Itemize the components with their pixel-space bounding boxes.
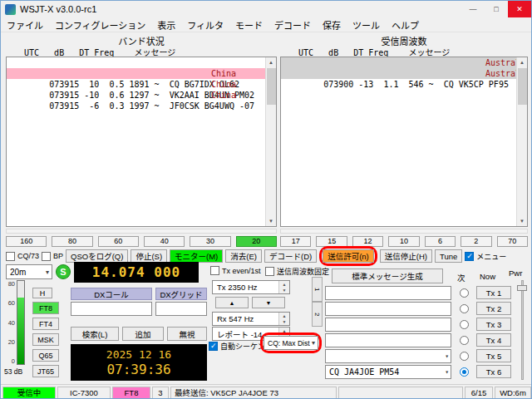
ignore-button[interactable]: 無視: [167, 327, 207, 341]
decode-row[interactable]: ------ 2025-12-16 - 07:39:15 UTC - 20m -…: [7, 57, 265, 68]
rx-frequency-spinner[interactable]: Rx 547 Hz ▲▼: [212, 312, 290, 326]
tx4-now-button[interactable]: Tx 4: [476, 333, 511, 347]
status-count: 3: [152, 387, 169, 399]
mode-buttons: H FT8 FT4 MSK Q65 JT65: [32, 288, 59, 377]
decode-row[interactable]: 073915 -10 0.6 1297 ~ VK2AAI BD4UN PM02 …: [7, 79, 265, 90]
tune-button[interactable]: Tune: [435, 249, 462, 263]
scroll-thumb[interactable]: [267, 68, 276, 105]
pwr-slider[interactable]: [517, 280, 527, 380]
hold-tx-freq-label: 送信周波数固定: [277, 266, 329, 277]
tx1-next-radio[interactable]: [460, 288, 469, 298]
spinner-arrows-icon[interactable]: ▲▼: [278, 281, 289, 293]
vertical-scrollbar[interactable]: ▲ ▼: [265, 57, 276, 226]
generate-std-msgs-button[interactable]: 標準メッセージ生成: [332, 268, 443, 283]
bp-checkbox[interactable]: BP: [42, 252, 63, 261]
spinner-arrows-icon[interactable]: ▲▼: [278, 313, 289, 325]
halt-tx-button[interactable]: 送信停止(H): [380, 249, 432, 263]
band-select-combo[interactable]: 20m ▾: [6, 264, 52, 279]
scroll-track[interactable]: [517, 67, 528, 216]
menu-configurations[interactable]: コンフィグレーション: [49, 17, 151, 33]
tab-messages-1[interactable]: 1: [312, 277, 323, 302]
mode-button-ft4[interactable]: FT4: [32, 318, 59, 330]
decode-row-cq[interactable]: 073915 10 0.5 1891 ~ CQ BG7IDX OL62 Chin…: [7, 68, 265, 79]
menu-view[interactable]: 表示: [151, 17, 181, 33]
tx1-message-field[interactable]: ▾: [325, 286, 451, 300]
menu-help[interactable]: ヘルプ: [386, 17, 425, 33]
horizontal-scrollbar[interactable]: [280, 229, 528, 234]
mode-button-ft8-active[interactable]: FT8: [32, 302, 59, 314]
decode-button[interactable]: デコード(D): [264, 249, 317, 263]
checkbox-box: [209, 342, 218, 351]
menus-checkbox[interactable]: メニュー: [465, 251, 506, 262]
close-button[interactable]: ✕: [508, 1, 531, 17]
stop-button[interactable]: 停止(S): [131, 249, 167, 263]
menu-decode[interactable]: デコード: [268, 17, 317, 33]
tx5-now-button[interactable]: Tx 5: [476, 349, 511, 362]
tx6-message-combo[interactable]: CQ JA4JOE PM54▾: [325, 365, 451, 379]
add-button[interactable]: 追加: [122, 327, 164, 341]
decode-row-selected[interactable]: 073830 -13 1.1 546 ~ CQ VK5CP PF95 Austr…: [281, 57, 516, 68]
scroll-down-icon[interactable]: ▼: [517, 216, 528, 226]
spot-button[interactable]: S: [56, 264, 71, 279]
pwr-slider-handle[interactable]: [517, 285, 527, 291]
tx-even-label: Tx even/1st: [222, 267, 261, 275]
dx-grid-input[interactable]: [155, 302, 207, 316]
signal-meter: 80 60 40 20 0: [4, 280, 29, 365]
minimize-button[interactable]: —: [461, 1, 485, 17]
menu-save[interactable]: 保存: [317, 17, 347, 33]
horizontal-scrollbar[interactable]: [6, 229, 277, 234]
scroll-up-icon[interactable]: ▲: [266, 57, 277, 67]
tx-even-checkbox[interactable]: Tx even/1st: [210, 266, 261, 275]
decode-row-selected[interactable]: 073900 -13 1.1 546 ~ CQ VK5CP PF95 Austr…: [281, 68, 516, 79]
tx2-now-button[interactable]: Tx 2: [476, 302, 511, 315]
mode-button-h[interactable]: H: [32, 288, 52, 298]
tx3-now-button[interactable]: Tx 3: [476, 318, 511, 331]
tx2-message-field[interactable]: ▾: [325, 302, 451, 316]
tab-messages-2[interactable]: 2: [312, 302, 323, 327]
log-qso-button[interactable]: QSOをログ(Q): [66, 249, 128, 263]
menu-mode[interactable]: モード: [229, 17, 268, 33]
tx-frequency-spinner[interactable]: Tx 2350 Hz ▲▼: [212, 280, 290, 294]
band-select-value: 20m: [10, 268, 26, 277]
decode-country: China: [211, 90, 236, 101]
cq-mode-combo[interactable]: CQ: Max Dist ▾: [264, 336, 318, 350]
tx6-message-value: CQ JA4JOE PM54: [329, 367, 399, 377]
tx-up-button[interactable]: ▲: [215, 297, 249, 308]
tx5-next-radio[interactable]: [460, 352, 469, 361]
tx5-message-combo[interactable]: ▾: [325, 349, 451, 363]
scroll-thumb[interactable]: [518, 68, 527, 105]
vertical-scrollbar[interactable]: ▲ ▼: [516, 57, 527, 226]
hold-tx-freq-checkbox[interactable]: 送信周波数固定: [265, 266, 329, 277]
scroll-track[interactable]: [266, 67, 277, 216]
meter-tick-label: 20: [8, 338, 15, 346]
frequency-display: 14.074 000: [74, 262, 199, 283]
menu-tools[interactable]: ツール: [347, 17, 386, 33]
scroll-down-icon[interactable]: ▼: [266, 216, 277, 226]
monitor-button[interactable]: モニター(M): [170, 249, 223, 263]
tx4-next-radio[interactable]: [460, 336, 469, 345]
maximize-button[interactable]: □: [485, 1, 508, 17]
menu-filter[interactable]: フィルタ: [181, 17, 229, 33]
decode-row[interactable]: 073915 -6 0.3 1997 ~ JF0CSK BG4UWQ -07 C…: [7, 90, 265, 101]
dx-call-input[interactable]: [71, 302, 152, 316]
mode-button-jt65[interactable]: JT65: [32, 365, 59, 377]
mode-button-q65[interactable]: Q65: [32, 349, 59, 362]
chevron-down-icon: ▾: [312, 339, 318, 347]
mode-button-msk[interactable]: MSK: [32, 333, 59, 346]
erase-button[interactable]: 消去(E): [225, 249, 262, 263]
cq73-checkbox[interactable]: CQ/73: [6, 252, 39, 261]
lookup-button[interactable]: 検索(L): [71, 327, 119, 341]
menu-file[interactable]: ファイル: [1, 17, 49, 33]
scroll-up-icon[interactable]: ▲: [517, 57, 528, 67]
tx3-message-field[interactable]: ▾: [325, 318, 451, 332]
tx6-next-radio[interactable]: [460, 367, 469, 377]
title-bar: WSJT-X v3.0.0-rc1 — □ ✕: [1, 1, 531, 17]
tx2-next-radio[interactable]: [460, 304, 469, 313]
tx3-next-radio[interactable]: [460, 320, 469, 329]
tx6-now-button[interactable]: Tx 6: [476, 365, 511, 378]
enable-tx-button[interactable]: 送信許可(n): [323, 249, 374, 263]
decode-country: Austral: [485, 68, 516, 79]
tx1-now-button[interactable]: Tx 1: [476, 286, 511, 299]
tx4-message-field[interactable]: ▾: [325, 333, 451, 347]
tx-down-button[interactable]: ▼: [252, 297, 285, 308]
